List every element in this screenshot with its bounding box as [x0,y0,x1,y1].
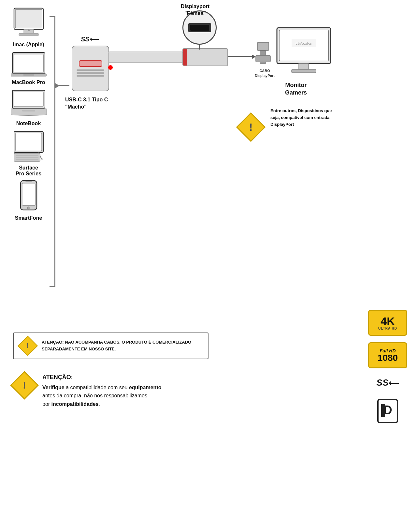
device-bracket [50,16,55,287]
device-list: Imac (Apple) MacBook Pro [0,7,57,224]
bottom-line1: a compatibilidade com seu [66,385,129,390]
usbc-line3 [77,75,104,77]
dp-port-inner2 [190,25,209,31]
svg-rect-10 [14,92,43,107]
svg-text:CircloCabos: CircloCabos [295,42,312,45]
svg-point-20 [27,207,30,209]
dp-port-line [199,45,200,50]
svg-rect-22 [257,42,269,51]
svg-rect-3 [19,33,38,36]
arrow-right [228,56,252,57]
bottom-line3-pre: por [42,401,51,407]
device-item-smartphone: SmartFone [0,180,57,221]
dp-adapter-red-band [183,49,187,66]
bottom-warn-icon: ! [13,374,36,397]
bottom-verifique: Verifique [42,385,65,390]
attention-box-text: ATENÇÃO: NÃO ACOMPANHA CABOS. O PRODUTO … [42,339,202,353]
dp-label: Displayport "Fêmea" [181,3,209,17]
svg-rect-30 [292,69,316,73]
badges-right: 4K ULTRA HD Full HD 1080 SS⟵ D [368,310,407,425]
badge-fullhd: Full HD 1080 [368,342,407,368]
warning-diamond-diagram: ! [238,114,264,140]
imac-label: Imac (Apple) [13,42,44,48]
separator [13,369,404,369]
notebook-label: NoteBook [16,121,41,126]
svg-rect-11 [22,110,35,111]
badge-4k-text: 4K [381,316,395,327]
usbc-slot [79,60,102,67]
surface-icon [11,130,47,164]
bottom-attention-text: ATENÇÃO: Verifique a compatibilidade com… [42,373,161,408]
badge-4k-sub: ULTRA HD [378,327,397,330]
attention-bold: ATENÇÃO [42,340,62,345]
svg-rect-13 [16,133,42,151]
badge-fullhd-num: 1080 [378,353,398,362]
bottom-incompatibilidades: incompatibilidades [51,401,99,407]
svg-rect-16 [16,157,38,158]
macbook-icon [11,51,47,78]
badge-dp: D [376,397,400,425]
svg-point-4 [28,29,30,31]
monitor-icon: CircloCabos [275,26,332,80]
bottom-warn-exclaim: ! [23,380,26,391]
svg-rect-19 [22,183,35,205]
usbc-internal-lines [77,69,104,77]
bottom-section: ! ATENÇÃO: NÃO ACOMPANHA CABOS. O PRODUT… [0,319,417,418]
device-item-macbook: MacBook Pro [0,51,57,85]
svg-rect-6 [14,54,43,72]
warn-exclaim: ! [26,342,29,350]
svg-rect-15 [16,155,38,156]
attention-rest: : NÃO ACOMPANHA CABOS. O PRODUTO É COMER… [42,340,191,351]
bottom-period: . [99,401,100,407]
svg-rect-21 [25,181,32,182]
usbc-label: USB-C 3.1 Tipo C "Macho" [65,96,108,111]
cable-body [108,52,183,63]
attention-box: ! ATENÇÃO: NÃO ACOMPANHA CABOS. O PRODUT… [13,332,208,359]
monitor-label: Monitor Gamers [285,81,307,97]
bottom-attention-title: ATENÇÃO: [42,373,161,382]
ss-usb-label: SS⟵ [81,35,99,43]
smartphone-icon [19,180,38,214]
svg-rect-33 [381,404,385,417]
dp-port-inner [188,23,211,32]
attention-warn-icon: ! [20,338,36,354]
surface-label: SurfacePro Series [16,165,41,177]
cable-red-dot [108,65,113,70]
usbc-line2 [77,72,104,74]
svg-rect-8 [23,74,34,76]
dp-adapter-box [182,48,228,66]
device-item-imac: Imac (Apple) [0,7,57,48]
dp-cable-icon-area [254,39,272,70]
usbc-connector-box [72,46,109,91]
bottom-line2: antes da compra, não nos responsabilizam… [42,393,147,398]
warning-diamond-exclaim: ! [249,121,253,133]
entre-outros-label: Entre outros, Dispositivos que seja, com… [270,108,339,128]
bottom-equipamento: equipamento [129,385,162,390]
usbc-line1 [77,69,104,71]
imac-icon [11,7,47,40]
badge-4k: 4K ULTRA HD [368,310,407,336]
notebook-icon [11,89,47,119]
badge-ss: SS⟵ [376,375,399,391]
svg-rect-29 [299,64,309,69]
device-item-notebook: NoteBook [0,89,57,126]
macbook-label: MacBook Pro [12,80,45,85]
bottom-attention-area: ! ATENÇÃO: Verifique a compatibilidade c… [13,373,267,408]
svg-rect-17 [16,159,38,160]
smartphone-label: SmartFone [15,215,42,221]
diagram-area: Imac (Apple) MacBook Pro [0,0,417,319]
svg-rect-24 [256,55,270,62]
svg-rect-1 [15,9,42,28]
bracket-arrow [55,83,60,88]
cabo-label: CABO DisplayPort [255,68,275,79]
device-item-surface: SurfacePro Series [0,130,57,177]
